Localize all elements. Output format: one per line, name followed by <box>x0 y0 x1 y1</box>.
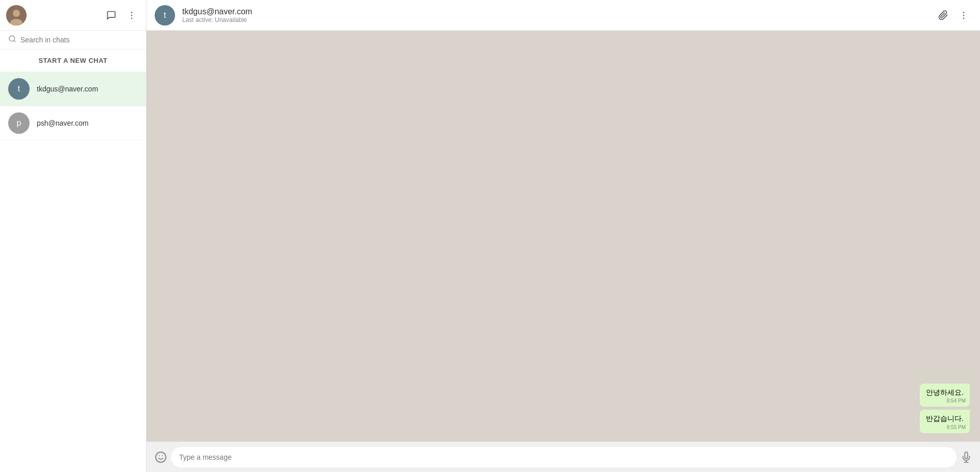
new-chat-icon-button[interactable] <box>103 7 119 23</box>
emoji-button[interactable] <box>155 449 171 465</box>
sidebar-header <box>0 0 146 31</box>
svg-point-11 <box>156 452 166 462</box>
sidebar-header-icons <box>103 7 140 23</box>
svg-point-10 <box>963 17 965 19</box>
message-bubble: 안녕하세요. 8:54 PM <box>920 384 970 407</box>
svg-point-1 <box>13 10 20 17</box>
messages-area: 안녕하세요. 8:54 PM 반갑습니다. 8:55 PM <box>146 31 980 441</box>
message-text: 반갑습니다. <box>926 414 964 422</box>
message-time: 8:55 PM <box>947 424 966 431</box>
contact-avatar: t <box>8 78 30 100</box>
start-new-chat-label: START A NEW CHAT <box>38 57 107 64</box>
message-time: 8:54 PM <box>947 397 966 405</box>
input-area <box>146 441 980 472</box>
chat-header-info: tkdgus@naver.com Last active: Unavailabl… <box>182 7 935 23</box>
chat-header: t tkdgus@naver.com Last active: Unavaila… <box>146 0 980 31</box>
avatar <box>6 5 27 26</box>
svg-point-9 <box>963 14 965 16</box>
start-new-chat-button[interactable]: START A NEW CHAT <box>0 50 146 72</box>
message-bubble: 반갑습니다. 8:55 PM <box>920 410 970 433</box>
svg-line-7 <box>14 40 15 42</box>
svg-point-5 <box>131 17 133 19</box>
contact-name: tkdgus@naver.com <box>37 85 98 93</box>
message-text: 안녕하세요. <box>926 388 964 396</box>
chat-header-actions <box>935 7 972 23</box>
search-bar <box>0 31 146 50</box>
chat-header-avatar: t <box>155 5 175 26</box>
chat-list-item[interactable]: t tkdgus@naver.com <box>0 72 146 106</box>
chat-list-item[interactable]: p psh@naver.com <box>0 106 146 140</box>
search-icon <box>8 35 16 45</box>
message-input[interactable] <box>171 447 957 467</box>
mic-button[interactable] <box>957 450 972 465</box>
svg-point-3 <box>131 11 133 13</box>
contact-name: psh@naver.com <box>37 119 88 127</box>
attach-button[interactable] <box>935 7 951 23</box>
messages-spacer <box>157 39 970 381</box>
chat-status: Last active: Unavailable <box>182 16 935 23</box>
chat-contact-name: tkdgus@naver.com <box>182 7 935 16</box>
contact-avatar: p <box>8 112 30 134</box>
svg-point-8 <box>963 11 965 13</box>
search-input[interactable] <box>20 36 138 44</box>
contact-list: t tkdgus@naver.com p psh@naver.com <box>0 72 146 140</box>
sidebar: START A NEW CHAT t tkdgus@naver.com p ps… <box>0 0 146 472</box>
main-chat-area: t tkdgus@naver.com Last active: Unavaila… <box>146 0 980 472</box>
chat-more-button[interactable] <box>955 7 972 23</box>
svg-point-4 <box>131 14 133 16</box>
sidebar-more-button[interactable] <box>124 7 140 23</box>
